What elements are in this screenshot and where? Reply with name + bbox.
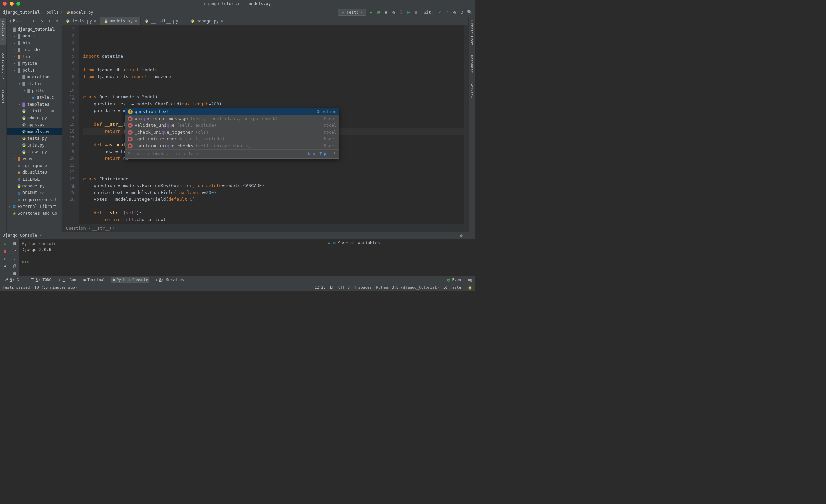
soft-wrap-button[interactable]: ↩: [12, 248, 17, 254]
tree-node[interactable]: ▯LICENSE: [7, 176, 62, 183]
vcs-rollback-button[interactable]: ↺: [459, 10, 465, 15]
vcs-history-button[interactable]: ◷: [452, 10, 457, 15]
tree-node[interactable]: ▯requirements.t: [7, 196, 62, 203]
tree-node[interactable]: admin.py: [7, 114, 62, 121]
tree-node[interactable]: ▸▇bin: [7, 40, 62, 46]
code-line[interactable]: class Choice(mode: [83, 175, 464, 182]
gutter-line-number[interactable]: 18: [62, 141, 74, 148]
tree-node[interactable]: manage.py: [7, 183, 62, 189]
bottom-tool-tab[interactable]: ●Python Console: [111, 277, 149, 283]
code-line[interactable]: import datetime: [83, 53, 464, 60]
chevron-right-icon[interactable]: ▸: [13, 62, 16, 65]
gutter-line-number[interactable]: 24o↑: [62, 182, 74, 189]
chevron-down-icon[interactable]: ▾: [22, 89, 26, 92]
editor-tab[interactable]: tests.py×: [62, 17, 100, 25]
gutter-line-number[interactable]: 16: [62, 128, 74, 135]
gutter-line-number[interactable]: 15: [62, 121, 74, 128]
gutter-line-number[interactable]: 3: [62, 39, 74, 46]
next-tip-link[interactable]: Next Tip: [308, 152, 326, 156]
target-icon[interactable]: ⊕: [32, 18, 37, 24]
show-vars-button[interactable]: ⊞: [12, 271, 17, 276]
database-tool-tab[interactable]: Database: [469, 53, 475, 75]
code-line[interactable]: class Question(models.Model):: [83, 94, 464, 101]
code-line[interactable]: [83, 203, 464, 210]
tree-node[interactable]: ◉db.sqlite3: [7, 169, 62, 176]
gutter-line-number[interactable]: 11o↑: [62, 94, 74, 101]
tree-node[interactable]: apps.py: [7, 121, 62, 128]
code-line[interactable]: return self.choice_text: [83, 216, 464, 223]
gutter-line-number[interactable]: 17: [62, 135, 74, 141]
tree-node[interactable]: ▾▇polls: [7, 87, 62, 94]
maximize-window-button[interactable]: [16, 2, 20, 6]
close-icon[interactable]: ×: [221, 19, 223, 24]
settings-gear-icon[interactable]: ⚙: [459, 233, 464, 238]
code-completion-popup[interactable]: fquestion_textQuestionmunique_error_mess…: [125, 108, 339, 159]
tree-node[interactable]: ▸▇migrations: [7, 74, 62, 80]
chevron-down-icon[interactable]: ▾: [18, 82, 21, 86]
expand-icon[interactable]: ⇲: [39, 18, 45, 24]
chevron-right-icon[interactable]: ▸: [13, 55, 16, 58]
new-console-button[interactable]: ⊟: [12, 241, 17, 246]
chevron-right-icon[interactable]: ▸: [13, 48, 16, 51]
minimize-window-button[interactable]: [10, 2, 14, 6]
code-line[interactable]: question = models.ForeignKey(Question, o…: [83, 182, 464, 189]
code-line[interactable]: [83, 80, 464, 87]
close-icon[interactable]: ×: [94, 19, 96, 24]
code-line[interactable]: choice_text = models.CharField(max_lengt…: [83, 189, 464, 196]
gutter-line-number[interactable]: 7: [62, 66, 74, 73]
close-window-button[interactable]: [3, 2, 7, 6]
breadcrumb-file[interactable]: models.py: [71, 10, 93, 15]
gutter-line-number[interactable]: 23: [62, 175, 74, 182]
print-button[interactable]: ⎙: [12, 263, 17, 269]
file-encoding[interactable]: UTF-8: [338, 285, 350, 290]
code-line[interactable]: from django.utils import timezone: [83, 73, 464, 80]
lock-icon[interactable]: 🔒: [468, 285, 472, 290]
breadcrumb-folder[interactable]: polls: [46, 10, 59, 15]
sciview-tool-tab[interactable]: SciView: [469, 80, 475, 100]
run-configuration-selector[interactable]: ▶ Test: ▼: [338, 9, 366, 16]
tree-node[interactable]: ▸▇admin: [7, 33, 62, 40]
gutter-line-number[interactable]: 12: [62, 101, 74, 107]
collapse-icon[interactable]: ⇱: [47, 18, 52, 24]
nav-breadcrumbs[interactable]: django_tutorial 〉 polls 〉 models.py: [3, 9, 93, 15]
tree-node[interactable]: ▾▇django_tutorial: [7, 26, 62, 33]
tree-node[interactable]: models.py: [7, 128, 62, 135]
vcs-update-button[interactable]: ✓: [437, 10, 442, 15]
tree-node[interactable]: ▸▇include: [7, 46, 62, 53]
more-icon[interactable]: ⋮: [333, 152, 336, 156]
gutter-line-number[interactable]: 6: [62, 60, 74, 66]
tree-node[interactable]: ▯.gitignore: [7, 162, 62, 169]
attach-button[interactable]: ▶: [406, 10, 411, 15]
code-line[interactable]: from django.db import models: [83, 66, 464, 73]
gutter-line-number[interactable]: 4: [62, 46, 74, 53]
gutter-line-number[interactable]: 10: [62, 87, 74, 94]
console-tab-label[interactable]: Django Console: [3, 233, 37, 238]
override-icon[interactable]: o↑: [72, 184, 75, 187]
bottom-tool-tab[interactable]: ◈8: Services: [154, 277, 185, 283]
completion-item[interactable]: mvalidate_unique(self, exclude)Model: [125, 122, 339, 129]
chevron-right-icon[interactable]: ▸: [13, 34, 16, 38]
remote-host-tool-tab[interactable]: Remote Host: [469, 18, 475, 47]
gutter-line-number[interactable]: 9: [62, 80, 74, 87]
tree-node[interactable]: tests.py: [7, 135, 62, 142]
indent-setting[interactable]: 4 spaces: [354, 285, 372, 290]
code-line[interactable]: def __str__(self):: [83, 210, 464, 216]
gutter-line-number[interactable]: 21: [62, 162, 74, 169]
project-tree[interactable]: ▾▇django_tutorial▸▇admin▸▇bin▸▇include▸▇…: [7, 25, 62, 232]
tree-node[interactable]: __init__.py: [7, 108, 62, 114]
gutter-line-number[interactable]: 20: [62, 155, 74, 162]
rerun-button[interactable]: ↻: [2, 241, 8, 246]
tree-node[interactable]: #style.c: [7, 94, 62, 101]
tree-node[interactable]: ▸▇venv: [7, 155, 62, 162]
tree-node[interactable]: ▾▇polls: [7, 67, 62, 74]
tree-node[interactable]: ▯README.md: [7, 189, 62, 196]
git-branch[interactable]: ⎇ master: [443, 285, 463, 290]
editor-tab[interactable]: models.py×: [100, 17, 141, 25]
attach-debugger-button[interactable]: ➲: [2, 263, 8, 269]
bottom-tool-tab[interactable]: ▣Terminal: [82, 277, 107, 283]
breadcrumb-root[interactable]: django_tutorial: [3, 10, 40, 15]
execute-button[interactable]: ▶: [2, 256, 8, 261]
gutter-line-number[interactable]: 14: [62, 114, 74, 121]
gutter-line-number[interactable]: 2: [62, 32, 74, 39]
caret-position[interactable]: 12:23: [315, 285, 326, 290]
